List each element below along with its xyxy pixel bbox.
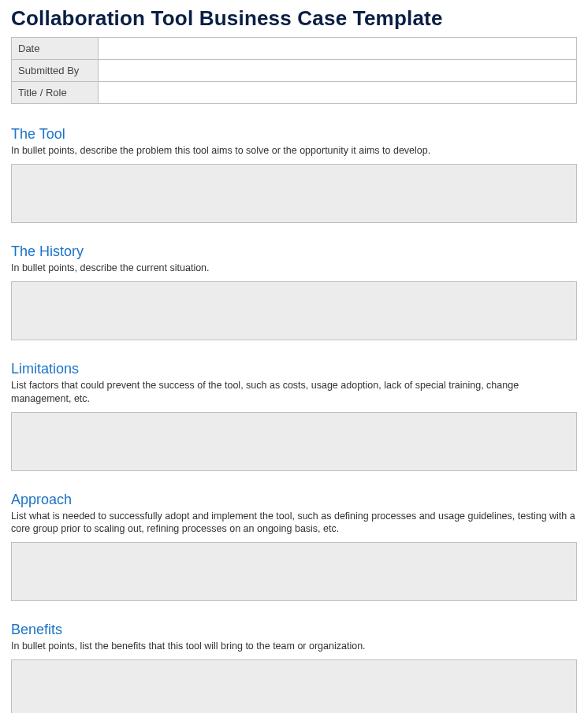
section-tool-description: In bullet points, describe the problem t…: [11, 144, 577, 158]
section-tool-heading: The Tool: [11, 126, 577, 143]
metadata-table: Date Submitted By Title / Role: [11, 37, 577, 104]
section-limitations-input[interactable]: [11, 412, 577, 471]
section-tool: The Tool In bullet points, describe the …: [11, 126, 577, 223]
section-limitations-description: List factors that could prevent the succ…: [11, 379, 577, 406]
section-approach: Approach List what is needed to successf…: [11, 492, 577, 602]
section-limitations: Limitations List factors that could prev…: [11, 361, 577, 471]
date-field[interactable]: [99, 38, 577, 60]
section-tool-input[interactable]: [11, 164, 577, 223]
section-approach-description: List what is needed to successfully adop…: [11, 510, 577, 537]
section-history-description: In bullet points, describe the current s…: [11, 262, 577, 275]
section-history: The History In bullet points, describe t…: [11, 243, 577, 340]
section-benefits-description: In bullet points, list the benefits that…: [11, 640, 577, 653]
section-limitations-heading: Limitations: [11, 361, 577, 377]
submitted-by-field[interactable]: [99, 60, 577, 82]
section-benefits: Benefits In bullet points, list the bene…: [11, 622, 577, 713]
section-history-input[interactable]: [11, 281, 577, 340]
section-benefits-heading: Benefits: [11, 622, 577, 638]
section-benefits-input[interactable]: [11, 659, 577, 713]
section-history-heading: The History: [11, 243, 577, 260]
date-label: Date: [12, 38, 99, 60]
page-title: Collaboration Tool Business Case Templat…: [11, 6, 577, 31]
submitted-by-label: Submitted By: [12, 60, 99, 82]
section-approach-input[interactable]: [11, 542, 577, 601]
title-role-label: Title / Role: [12, 82, 99, 104]
title-role-field[interactable]: [99, 82, 577, 104]
section-approach-heading: Approach: [11, 492, 577, 508]
